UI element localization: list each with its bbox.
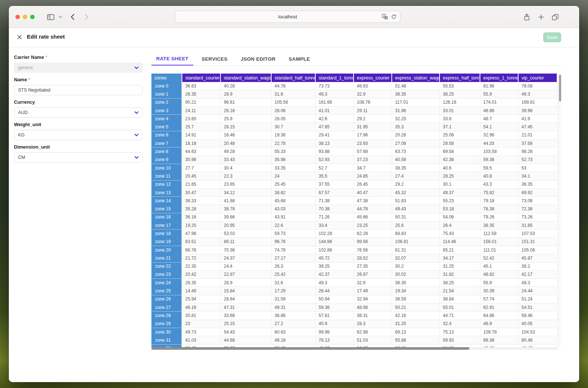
rate-cell[interactable]: 22.6 — [272, 221, 316, 229]
rate-cell[interactable]: 42.17 — [519, 271, 557, 279]
rate-cell[interactable]: 22.35 — [182, 263, 221, 271]
zone-label-cell[interactable]: zone 22 — [151, 263, 182, 271]
rate-cell[interactable]: 32.9 — [354, 279, 392, 287]
rate-cell[interactable]: 47.38 — [354, 197, 392, 205]
rate-cell[interactable]: 25.42 — [272, 271, 316, 279]
rate-cell[interactable]: 20.26 — [392, 131, 440, 139]
rate-cell[interactable]: 49.18 — [272, 336, 316, 344]
rate-cell[interactable]: 85.21 — [440, 246, 480, 254]
rate-cell[interactable]: 31.6 — [272, 279, 316, 287]
rate-cell[interactable]: 25.6 — [392, 221, 440, 229]
rate-cell[interactable]: 44.68 — [221, 336, 272, 344]
rate-cell[interactable]: 27.7 — [182, 164, 221, 172]
rate-cell[interactable]: 40.05 — [519, 320, 557, 328]
zone-label-cell[interactable]: zone 25 — [151, 287, 182, 295]
rate-cell[interactable]: 33.35 — [272, 164, 316, 172]
rate-cell[interactable]: 75.82 — [480, 189, 519, 197]
carrier-name-select[interactable]: generic — [14, 63, 143, 73]
rate-cell[interactable]: 112.58 — [480, 229, 519, 238]
rate-cell[interactable]: 57.74 — [480, 295, 519, 303]
zone-label-cell[interactable]: zone 5 — [151, 123, 182, 131]
rate-cell[interactable]: 62.91 — [480, 303, 519, 312]
tab-overview-icon[interactable] — [552, 6, 559, 28]
rate-cell[interactable]: 30.7 — [272, 123, 316, 131]
rate-cell[interactable]: 80.48 — [519, 336, 557, 344]
rate-cell[interactable]: 25.94 — [182, 295, 221, 303]
rate-cell[interactable]: 33.01 — [440, 107, 480, 115]
rate-cell[interactable]: 107.53 — [519, 229, 557, 238]
rate-cell[interactable]: 26.44 — [316, 287, 354, 295]
rate-cell[interactable]: 34.7 — [354, 164, 392, 172]
close-window-button[interactable] — [15, 15, 20, 19]
rate-cell[interactable]: 73.73 — [316, 82, 354, 90]
rate-cell[interactable]: 32.96 — [480, 131, 519, 139]
column-header-express_1_tonne[interactable]: express_1_tonne — [480, 74, 519, 82]
rate-cell[interactable]: 17.49 — [354, 287, 392, 295]
rate-cell[interactable]: 52.7 — [316, 164, 354, 172]
rate-cell[interactable]: 45.72 — [316, 254, 354, 262]
save-button[interactable]: Save — [543, 32, 561, 42]
rate-cell[interactable]: 31.25 — [392, 320, 440, 328]
rate-cell[interactable]: 81.98 — [480, 82, 519, 90]
rate-cell[interactable]: 14.91 — [182, 131, 221, 139]
rate-cell[interactable]: 40.9 — [316, 320, 354, 328]
share-icon[interactable] — [523, 6, 530, 28]
rate-cell[interactable]: 38.13 — [316, 139, 354, 147]
rate-cell[interactable]: 46.63 — [354, 82, 392, 90]
rate-cell[interactable]: 49.3 — [519, 90, 557, 98]
rate-cell[interactable]: 41.68 — [221, 197, 272, 205]
rate-cell[interactable]: 99.56 — [354, 238, 392, 246]
rate-cell[interactable]: 28.58 — [440, 139, 480, 147]
rate-cell[interactable]: 43.03 — [272, 205, 316, 213]
rate-cell[interactable]: 20.48 — [221, 139, 272, 147]
rate-cell[interactable]: 62.28 — [354, 229, 392, 238]
tab-rate-sheet[interactable]: RATE SHEET — [151, 52, 193, 65]
rate-cell[interactable]: 45.68 — [272, 197, 316, 205]
rate-cell[interactable]: 29.2 — [392, 181, 440, 189]
zone-label-cell[interactable]: zone 7 — [151, 139, 182, 147]
rate-cell[interactable]: 49.37 — [440, 189, 480, 197]
rate-cell[interactable]: 104.53 — [519, 328, 557, 336]
rate-cell[interactable]: 53 — [519, 164, 557, 172]
rate-cell[interactable]: 29.2 — [354, 115, 392, 123]
zone-label-cell[interactable]: zone 19 — [151, 238, 182, 246]
column-header-standard_half_tonne[interactable]: standard_half_tonne — [272, 74, 316, 82]
zone-label-cell[interactable]: zone 30 — [151, 328, 182, 336]
rate-cell[interactable]: 50.94 — [316, 295, 354, 303]
zone-label-cell[interactable]: zone 9 — [151, 156, 182, 164]
rate-cell[interactable]: 70.36 — [221, 246, 272, 254]
rate-cell[interactable]: 144.86 — [316, 238, 354, 246]
rate-cell[interactable]: 55.9 — [480, 279, 519, 287]
rate-cell[interactable]: 26.35 — [182, 90, 221, 98]
rate-cell[interactable]: 36.59 — [392, 295, 440, 303]
rate-cell[interactable]: 38.35 — [480, 221, 519, 229]
rate-cell[interactable]: 19.36 — [272, 131, 316, 139]
rate-cell[interactable]: 40.8 — [480, 172, 519, 180]
rate-cell[interactable]: 169.81 — [519, 99, 557, 107]
rate-cell[interactable]: 41.9 — [519, 115, 557, 123]
zone-label-cell[interactable]: zone 8 — [151, 147, 182, 156]
rate-cell[interactable]: 38.25 — [440, 90, 480, 98]
rate-cell[interactable]: 37.58 — [519, 139, 557, 147]
rate-cell[interactable]: 29.11 — [354, 107, 392, 115]
rate-cell[interactable]: 54.06 — [440, 213, 480, 221]
rate-cell[interactable]: 109.78 — [480, 328, 519, 336]
tab-services[interactable]: SERVICES — [197, 52, 232, 65]
rate-cell[interactable]: 78.13 — [316, 336, 354, 344]
rate-cell[interactable]: 47.31 — [221, 303, 272, 312]
rate-cell[interactable]: 23.65 — [182, 115, 221, 123]
rate-cell[interactable]: 59.5 — [480, 164, 519, 172]
rate-cell[interactable]: 174.01 — [480, 99, 519, 107]
rate-cell[interactable]: 33.66 — [221, 312, 272, 320]
rate-cell[interactable]: 38.78 — [221, 205, 272, 213]
rate-cell[interactable]: 62.98 — [354, 328, 392, 336]
rate-cell[interactable]: 48.82 — [480, 271, 519, 279]
currency-select[interactable]: AUD — [14, 107, 143, 118]
rate-cell[interactable]: 49.31 — [272, 303, 316, 312]
rate-cell[interactable]: 36.35 — [519, 181, 557, 189]
rate-cell[interactable]: 27.08 — [392, 139, 440, 147]
rate-cell[interactable]: 90.21 — [182, 99, 221, 107]
rate-cell[interactable]: 51.24 — [519, 295, 557, 303]
name-input[interactable] — [14, 85, 143, 95]
rate-cell[interactable]: 35.5 — [316, 172, 354, 180]
